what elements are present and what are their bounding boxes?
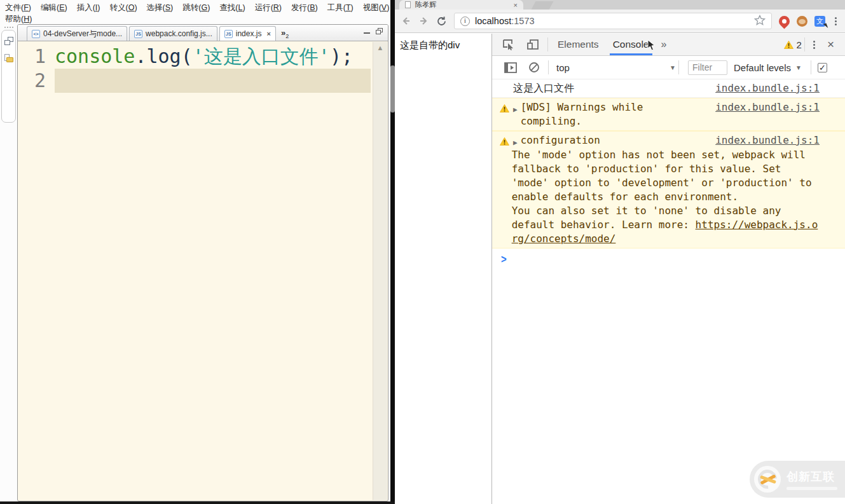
console-source-link[interactable]: index.bundle.js:1	[715, 133, 820, 147]
menubar-row1: 文件(F)编辑(E)插入(I)转义(O)选择(S)跳转(G)查找(L)运行(R)…	[5, 1, 385, 13]
browser-content: 这是自带的div Elements Console »	[395, 34, 845, 504]
menu-item-2[interactable]: 插入(I)	[77, 3, 100, 13]
extension-monkey-icon[interactable]	[797, 16, 807, 27]
message-head: configurationindex.bundle.js:1	[521, 133, 820, 147]
address-bar[interactable]: i localhost:1573	[454, 13, 772, 29]
more-tabs-icon[interactable]: »	[656, 39, 672, 50]
page-div-text: 这是自带的div	[395, 34, 491, 51]
editor-tab-label: webpack.config.js...	[146, 29, 212, 38]
tab-elements-label: Elements	[558, 39, 599, 50]
new-tab-button[interactable]	[532, 1, 554, 10]
editor-tabs-container: <>04-devServer与mode...JSwebpack.config.j…	[27, 26, 278, 41]
watermark: 创新互联	[750, 461, 845, 498]
menu-item-0[interactable]: 文件(F)	[5, 3, 31, 13]
message-content: configurationindex.bundle.js:1The 'mode'…	[521, 133, 820, 246]
menu-item-8[interactable]: 发行(B)	[291, 3, 318, 13]
menu-item-1[interactable]: 编辑(E)	[41, 3, 67, 13]
code-content: console.log('这是入口文件');	[55, 44, 371, 69]
extension-translate-icon[interactable]: 文	[814, 16, 825, 27]
scroll-up-icon[interactable]: ▲	[373, 42, 387, 51]
menu-item-5[interactable]: 跳转(G)	[182, 3, 210, 13]
toolbar-separator	[678, 60, 679, 74]
tab-close-icon[interactable]: ×	[514, 1, 518, 9]
menu-item-9[interactable]: 工具(T)	[327, 3, 354, 13]
console-source-link[interactable]: index.bundle.js:1	[715, 81, 820, 95]
devtools-menu-icon[interactable]	[807, 41, 821, 49]
project-folder-icon[interactable]	[4, 54, 13, 62]
log-levels-label: Default levels	[734, 62, 791, 73]
rail-drag-handle[interactable]	[4, 26, 14, 29]
minimize-icon[interactable]	[364, 29, 370, 34]
code-token: console	[55, 45, 135, 67]
editor-window-controls	[364, 28, 383, 34]
console-settings-checkbox[interactable]: ✓	[818, 63, 827, 72]
js-file-icon: JS	[224, 30, 233, 38]
extension-pin-icon[interactable]	[776, 13, 792, 29]
browser-toolbar: i localhost:1573 文	[395, 10, 845, 33]
editor-tabbar: <>04-devServer与mode...JSwebpack.config.j…	[18, 25, 388, 41]
close-tab-icon[interactable]: ×	[266, 30, 270, 37]
js-file-icon: JS	[134, 30, 142, 38]
code-token: );	[330, 45, 353, 67]
expand-triangle-icon[interactable]: ▶	[513, 103, 518, 117]
message-head: [WDS] Warnings while compiling.index.bun…	[521, 100, 820, 128]
browser-tabstrip: 陈孝辉 ×	[395, 0, 845, 10]
menu-item-6[interactable]: 查找(L)	[219, 3, 245, 13]
line-number: 2	[18, 69, 55, 93]
code-token: .log(	[135, 45, 192, 67]
warning-triangle-icon	[784, 41, 793, 49]
divider-scroll-thumb[interactable]	[390, 65, 395, 112]
toolbar-separator	[548, 60, 549, 74]
page-viewport: 这是自带的div	[395, 34, 491, 504]
console-sidebar-icon[interactable]	[498, 62, 523, 73]
message-body: The 'mode' option has not been set, webp…	[512, 148, 820, 246]
devtools-close-icon[interactable]: ×	[821, 37, 841, 51]
toolbar-separator	[804, 37, 805, 51]
editor-scrollbar[interactable]: ▲	[373, 42, 387, 500]
code-token: '这是入口文件'	[193, 45, 330, 67]
code-content	[55, 69, 371, 93]
message-content: [WDS] Warnings while compiling.index.bun…	[521, 100, 820, 128]
browser-menu-icon[interactable]	[832, 17, 839, 25]
filter-input[interactable]	[688, 60, 727, 75]
forward-icon[interactable]	[418, 16, 429, 26]
screenshot-stage: 文件(F)编辑(E)插入(I)转义(O)选择(S)跳转(G)查找(L)运行(R)…	[0, 0, 845, 504]
toolbar-separator	[547, 37, 548, 51]
console-prompt[interactable]: >	[492, 249, 845, 264]
menu-item-0[interactable]: 帮助(H)	[5, 14, 32, 25]
context-selector[interactable]: top▼	[556, 62, 676, 73]
editor-tab-1[interactable]: JSwebpack.config.js...	[129, 26, 217, 41]
menu-item-7[interactable]: 运行(R)	[255, 3, 282, 13]
message-content: 这是入口文件index.bundle.js:1	[513, 81, 820, 95]
menu-item-10[interactable]: 视图(V)	[363, 3, 390, 13]
console-message-0: 这是入口文件index.bundle.js:1	[492, 79, 845, 98]
message-body-link[interactable]: https://webpack.js.org/concepts/mode/	[512, 219, 818, 245]
message-text: configuration	[521, 133, 668, 147]
prompt-chevron-icon: >	[501, 252, 507, 266]
device-toolbar-icon[interactable]	[521, 39, 545, 50]
url-text: localhost:1573	[475, 16, 535, 26]
favicon-placeholder-icon	[405, 1, 411, 8]
warning-count-badge[interactable]: 2	[784, 39, 802, 50]
watermark-logo-icon	[754, 466, 781, 493]
clear-console-icon[interactable]	[523, 62, 546, 73]
menu-item-4[interactable]: 选择(S)	[147, 3, 174, 13]
code-editor[interactable]: 1console.log('这是入口文件');2	[18, 42, 388, 501]
restore-view-icon[interactable]	[4, 37, 13, 45]
log-levels-dropdown[interactable]: Default levels▼	[734, 62, 802, 73]
editor-tab-0[interactable]: <>04-devServer与mode...	[27, 26, 127, 41]
editor-tab-label: index.js	[236, 29, 262, 38]
editor-tab-2[interactable]: JSindex.js×	[219, 26, 276, 41]
tab-overflow-button[interactable]: »2	[281, 28, 289, 41]
back-icon[interactable]	[401, 16, 411, 26]
inspect-element-icon[interactable]	[497, 39, 521, 50]
context-selector-value: top	[556, 62, 570, 73]
restore-icon[interactable]	[376, 28, 383, 34]
page-info-icon[interactable]: i	[460, 17, 470, 26]
console-source-link[interactable]: index.bundle.js:1	[715, 100, 820, 114]
menu-item-3[interactable]: 转义(O)	[110, 3, 137, 13]
tab-elements[interactable]: Elements	[551, 34, 606, 55]
bookmark-star-icon[interactable]	[754, 15, 766, 27]
reload-icon[interactable]	[436, 16, 447, 27]
browser-tab[interactable]: 陈孝辉 ×	[399, 0, 523, 10]
